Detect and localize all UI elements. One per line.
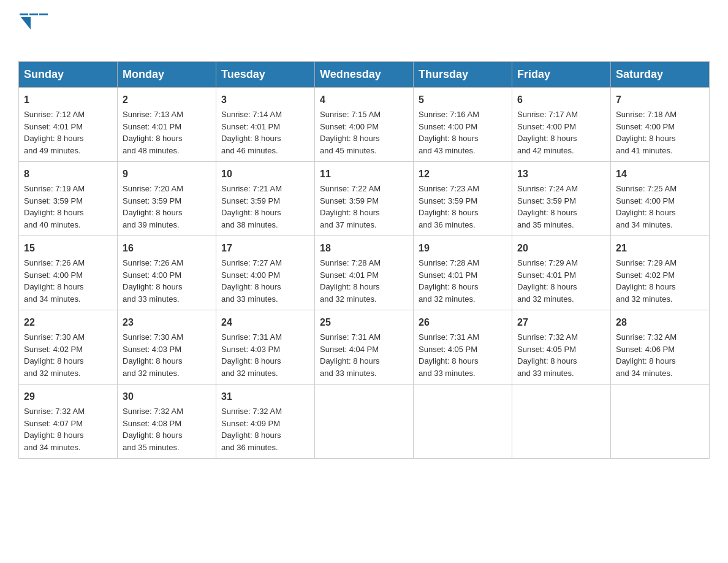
day-number: 13 (517, 167, 605, 182)
day-cell: 23Sunrise: 7:30 AMSunset: 4:03 PMDayligh… (118, 310, 216, 385)
day-number: 31 (221, 389, 309, 404)
day-sunrise: Sunrise: 7:25 AMSunset: 4:00 PMDaylight:… (616, 184, 677, 229)
header-row: SundayMondayTuesdayWednesdayThursdayFrid… (19, 62, 710, 88)
week-row-3: 15Sunrise: 7:26 AMSunset: 4:00 PMDayligh… (19, 236, 710, 310)
day-cell: 28Sunrise: 7:32 AMSunset: 4:06 PMDayligh… (611, 310, 710, 385)
day-number: 23 (123, 315, 211, 330)
day-number: 5 (419, 93, 507, 107)
header-tuesday: Tuesday (216, 62, 315, 88)
day-cell: 1Sunrise: 7:12 AMSunset: 4:01 PMDaylight… (19, 88, 118, 162)
day-number: 9 (123, 167, 211, 182)
day-number: 3 (221, 93, 309, 107)
day-number: 28 (616, 315, 704, 330)
day-number: 14 (616, 167, 704, 182)
day-sunrise: Sunrise: 7:17 AMSunset: 4:00 PMDaylight:… (517, 110, 578, 155)
day-sunrise: Sunrise: 7:32 AMSunset: 4:06 PMDaylight:… (616, 332, 677, 378)
day-cell: 6Sunrise: 7:17 AMSunset: 4:00 PMDaylight… (512, 88, 611, 162)
day-sunrise: Sunrise: 7:20 AMSunset: 3:59 PMDaylight:… (123, 184, 183, 229)
day-cell: 10Sunrise: 7:21 AMSunset: 3:59 PMDayligh… (216, 162, 315, 236)
day-sunrise: Sunrise: 7:31 AMSunset: 4:03 PMDaylight:… (221, 332, 282, 378)
header-sunday: Sunday (19, 62, 118, 88)
day-cell: 21Sunrise: 7:29 AMSunset: 4:02 PMDayligh… (611, 236, 710, 310)
day-number: 20 (517, 241, 605, 256)
day-cell: 24Sunrise: 7:31 AMSunset: 4:03 PMDayligh… (216, 310, 315, 385)
day-cell: 7Sunrise: 7:18 AMSunset: 4:00 PMDaylight… (611, 88, 710, 162)
header-wednesday: Wednesday (315, 62, 414, 88)
day-number: 22 (24, 315, 112, 330)
day-cell (315, 385, 414, 459)
day-cell: 27Sunrise: 7:32 AMSunset: 4:05 PMDayligh… (512, 310, 611, 385)
day-sunrise: Sunrise: 7:31 AMSunset: 4:04 PMDaylight:… (320, 332, 381, 378)
calendar-table: SundayMondayTuesdayWednesdayThursdayFrid… (18, 61, 710, 459)
day-sunrise: Sunrise: 7:31 AMSunset: 4:05 PMDaylight:… (419, 332, 479, 378)
day-cell: 13Sunrise: 7:24 AMSunset: 3:59 PMDayligh… (512, 162, 611, 236)
day-sunrise: Sunrise: 7:19 AMSunset: 3:59 PMDaylight:… (24, 184, 85, 229)
day-cell: 3Sunrise: 7:14 AMSunset: 4:01 PMDaylight… (216, 88, 315, 162)
day-sunrise: Sunrise: 7:32 AMSunset: 4:07 PMDaylight:… (24, 407, 85, 452)
week-row-1: 1Sunrise: 7:12 AMSunset: 4:01 PMDaylight… (19, 88, 710, 162)
day-cell: 18Sunrise: 7:28 AMSunset: 4:01 PMDayligh… (315, 236, 414, 310)
day-number: 29 (24, 389, 112, 404)
day-cell: 16Sunrise: 7:26 AMSunset: 4:00 PMDayligh… (118, 236, 216, 310)
day-cell: 15Sunrise: 7:26 AMSunset: 4:00 PMDayligh… (19, 236, 118, 310)
day-cell: 14Sunrise: 7:25 AMSunset: 4:00 PMDayligh… (611, 162, 710, 236)
day-cell (414, 385, 512, 459)
day-number: 2 (123, 93, 211, 107)
day-sunrise: Sunrise: 7:32 AMSunset: 4:05 PMDaylight:… (517, 332, 578, 378)
day-number: 18 (320, 241, 408, 256)
day-number: 11 (320, 167, 408, 182)
day-sunrise: Sunrise: 7:16 AMSunset: 4:00 PMDaylight:… (419, 110, 479, 155)
day-number: 16 (123, 241, 211, 256)
day-cell: 12Sunrise: 7:23 AMSunset: 3:59 PMDayligh… (414, 162, 512, 236)
day-number: 21 (616, 241, 704, 256)
week-row-2: 8Sunrise: 7:19 AMSunset: 3:59 PMDaylight… (19, 162, 710, 236)
day-sunrise: Sunrise: 7:28 AMSunset: 4:01 PMDaylight:… (419, 258, 479, 304)
day-sunrise: Sunrise: 7:26 AMSunset: 4:00 PMDaylight:… (123, 258, 183, 304)
day-number: 17 (221, 241, 309, 256)
day-cell: 19Sunrise: 7:28 AMSunset: 4:01 PMDayligh… (414, 236, 512, 310)
day-sunrise: Sunrise: 7:30 AMSunset: 4:03 PMDaylight:… (123, 332, 183, 378)
day-sunrise: Sunrise: 7:28 AMSunset: 4:01 PMDaylight:… (320, 258, 381, 304)
day-sunrise: Sunrise: 7:22 AMSunset: 3:59 PMDaylight:… (320, 184, 381, 229)
day-cell: 30Sunrise: 7:32 AMSunset: 4:08 PMDayligh… (118, 385, 216, 459)
week-row-5: 29Sunrise: 7:32 AMSunset: 4:07 PMDayligh… (19, 385, 710, 459)
header-monday: Monday (118, 62, 216, 88)
day-cell: 5Sunrise: 7:16 AMSunset: 4:00 PMDaylight… (414, 88, 512, 162)
week-row-4: 22Sunrise: 7:30 AMSunset: 4:02 PMDayligh… (19, 310, 710, 385)
day-number: 10 (221, 167, 309, 182)
day-sunrise: Sunrise: 7:23 AMSunset: 3:59 PMDaylight:… (419, 184, 479, 229)
logo (18, 12, 49, 49)
day-number: 15 (24, 241, 112, 256)
header-friday: Friday (512, 62, 611, 88)
day-sunrise: Sunrise: 7:32 AMSunset: 4:09 PMDaylight:… (221, 407, 282, 452)
day-sunrise: Sunrise: 7:14 AMSunset: 4:01 PMDaylight:… (221, 110, 282, 155)
day-cell: 2Sunrise: 7:13 AMSunset: 4:01 PMDaylight… (118, 88, 216, 162)
header-thursday: Thursday (414, 62, 512, 88)
day-cell: 22Sunrise: 7:30 AMSunset: 4:02 PMDayligh… (19, 310, 118, 385)
day-number: 7 (616, 93, 704, 107)
day-cell: 17Sunrise: 7:27 AMSunset: 4:00 PMDayligh… (216, 236, 315, 310)
day-cell: 29Sunrise: 7:32 AMSunset: 4:07 PMDayligh… (19, 385, 118, 459)
day-sunrise: Sunrise: 7:29 AMSunset: 4:01 PMDaylight:… (517, 258, 578, 304)
day-cell: 8Sunrise: 7:19 AMSunset: 3:59 PMDaylight… (19, 162, 118, 236)
day-cell: 26Sunrise: 7:31 AMSunset: 4:05 PMDayligh… (414, 310, 512, 385)
day-cell: 20Sunrise: 7:29 AMSunset: 4:01 PMDayligh… (512, 236, 611, 310)
day-cell: 31Sunrise: 7:32 AMSunset: 4:09 PMDayligh… (216, 385, 315, 459)
day-sunrise: Sunrise: 7:32 AMSunset: 4:08 PMDaylight:… (123, 407, 183, 452)
day-sunrise: Sunrise: 7:30 AMSunset: 4:02 PMDaylight:… (24, 332, 85, 378)
day-sunrise: Sunrise: 7:24 AMSunset: 3:59 PMDaylight:… (517, 184, 578, 229)
day-cell (512, 385, 611, 459)
day-cell: 11Sunrise: 7:22 AMSunset: 3:59 PMDayligh… (315, 162, 414, 236)
day-number: 26 (419, 315, 507, 330)
day-cell: 4Sunrise: 7:15 AMSunset: 4:00 PMDaylight… (315, 88, 414, 162)
day-sunrise: Sunrise: 7:29 AMSunset: 4:02 PMDaylight:… (616, 258, 677, 304)
day-cell: 25Sunrise: 7:31 AMSunset: 4:04 PMDayligh… (315, 310, 414, 385)
day-sunrise: Sunrise: 7:15 AMSunset: 4:00 PMDaylight:… (320, 110, 381, 155)
page-header (18, 12, 710, 49)
day-number: 1 (24, 93, 112, 107)
day-number: 6 (517, 93, 605, 107)
day-number: 24 (221, 315, 309, 330)
day-cell (611, 385, 710, 459)
header-saturday: Saturday (611, 62, 710, 88)
day-sunrise: Sunrise: 7:26 AMSunset: 4:00 PMDaylight:… (24, 258, 85, 304)
